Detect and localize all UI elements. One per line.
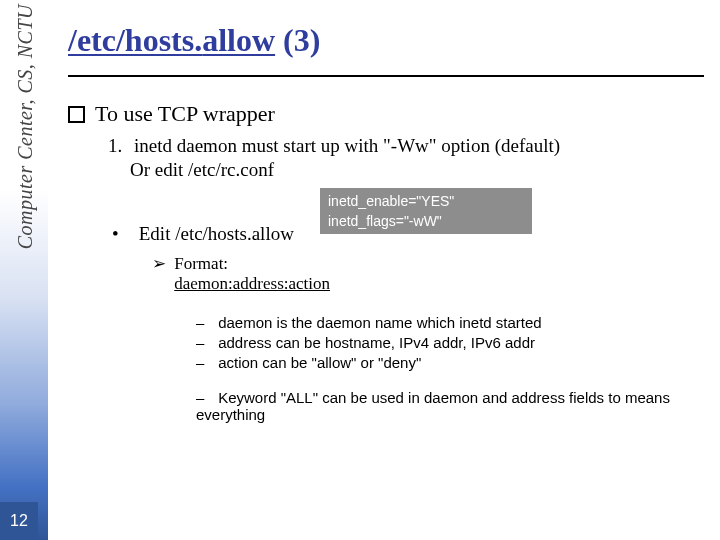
code-line-1: inetd_enable="YES" [328, 192, 524, 212]
title-part-1: /etc/hosts. [68, 22, 202, 58]
dash-icon: – [196, 334, 214, 351]
l4-text-3: action can be "allow" or "deny" [218, 354, 421, 371]
sub-bullet-format: ➢ Format: daemon:address:action [152, 253, 704, 294]
dash-icon: – [196, 389, 214, 406]
l2-continuation: Or edit /etc/rc.conf [130, 159, 704, 181]
bullet-level-1: To use TCP wrapper [68, 101, 704, 127]
side-rail: Computer Center, CS, NCTU [0, 0, 48, 540]
l3-text2-format: daemon:address:action [174, 274, 330, 293]
triangle-bullet-icon: ➢ [152, 253, 170, 274]
code-snippet-box: inetd_enable="YES" inetd_flags="-wW" [320, 188, 532, 234]
slide: Computer Center, CS, NCTU 12 /etc/hosts.… [0, 0, 720, 540]
l4-text-1: daemon is the daemon name which inetd st… [218, 314, 542, 331]
side-organization-text: Computer Center, CS, NCTU [14, 4, 37, 249]
l3-text1: Format: [174, 254, 228, 273]
list-number: 1. [108, 135, 122, 157]
dash-item-2: – address can be hostname, IPv4 addr, IP… [196, 334, 704, 351]
title-underline-rule [68, 75, 704, 77]
numbered-item-1: 1. inetd daemon must start up with "-Ww"… [112, 135, 704, 157]
disc-bullet-icon: • [112, 223, 134, 245]
square-bullet-icon [68, 106, 85, 123]
slide-title: /etc/hosts.allow (3) [68, 22, 704, 59]
dash-icon: – [196, 354, 214, 371]
dash-item-1: – daemon is the daemon name which inetd … [196, 314, 704, 331]
dash-item-4: – Keyword "ALL" can be used in daemon an… [196, 389, 704, 423]
dash-icon: – [196, 314, 214, 331]
page-number: 12 [0, 502, 38, 540]
title-part-3: (3) [275, 22, 320, 58]
l1-text: To use TCP wrapper [95, 101, 275, 127]
dash-item-3: – action can be "allow" or "deny" [196, 354, 704, 371]
l2c-text: Edit /etc/hosts.allow [139, 223, 294, 244]
code-line-2: inetd_flags="-wW" [328, 212, 524, 232]
l2-text: inetd daemon must start up with "-Ww" op… [134, 135, 704, 157]
l4-text-4: Keyword "ALL" can be used in daemon and … [196, 389, 670, 423]
title-part-2: allow [202, 22, 275, 58]
l4-text-2: address can be hostname, IPv4 addr, IPv6… [218, 334, 535, 351]
